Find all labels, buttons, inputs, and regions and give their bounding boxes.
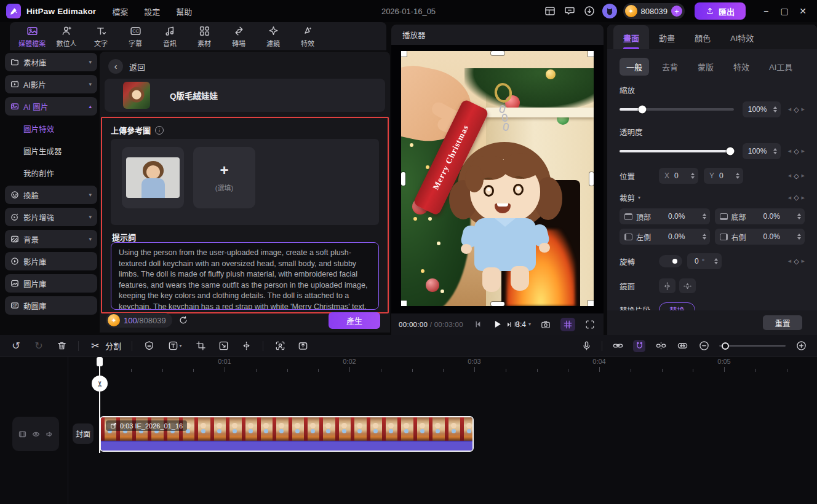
subtab-一般[interactable]: 一般 [620,58,649,76]
rotate-value-field[interactable]: 0° [687,253,722,269]
menu-help[interactable]: 幫助 [176,6,192,17]
player-stage[interactable]: Merry Christmas [391,45,604,313]
sidebar-item-ai-image[interactable]: AI 圖片▴ [5,97,97,116]
crop-bottom-field[interactable]: 底部0.0% [715,208,805,224]
add-credits-icon[interactable]: + [671,6,682,17]
position-keyframe-controls[interactable]: ◀◇▶ [788,172,805,180]
sidebar-item-stock[interactable]: 素材庫▾ [5,53,97,71]
snapshot-icon[interactable] [538,318,553,331]
back-button[interactable]: ‹ [108,59,123,74]
text-tool-icon[interactable]: ▾ [165,340,184,352]
export-button[interactable]: 匯出 [695,2,746,20]
toolbar-item-media[interactable]: 媒體檔案 [17,25,47,48]
download-icon[interactable] [583,4,596,18]
minimize-button[interactable]: − [757,2,775,20]
sidebar-item-image-lib[interactable]: 圖片庫 [5,274,97,293]
tab-顏色[interactable]: 顏色 [685,25,720,49]
selection-handle[interactable] [401,172,405,186]
flip-vertical-icon[interactable] [679,278,696,293]
crop-left-field[interactable]: 左側0.0% [620,229,710,245]
selection-handle[interactable] [588,51,594,57]
template-card[interactable]: Q版毛絨娃娃 [105,79,385,112]
layout-icon[interactable] [543,4,557,18]
preview-frame[interactable]: Merry Christmas [401,51,594,306]
selection-handle[interactable] [491,302,504,306]
sidebar-item-face-swap[interactable]: 換臉▾ [5,186,97,204]
grid-toggle-icon[interactable] [560,318,575,331]
credits-pill[interactable]: ✦ 808039 + [623,3,685,19]
toolbar-item-filter[interactable]: 濾鏡 [258,25,288,48]
export-frame-icon[interactable] [297,340,309,352]
stepper-icon[interactable] [703,234,706,240]
opacity-keyframe-controls[interactable]: ◀◇▶ [788,148,805,156]
timeline[interactable]: 0:010:020:030:040:05 ✂ 封面 0:03 IE_2026_0… [0,357,817,504]
sidebar-item-ai-video[interactable]: AI影片▾ [5,75,97,93]
crop-tool-icon[interactable] [194,340,207,352]
sidebar-item-enhance[interactable]: 影片增強▾ [5,208,97,226]
previous-frame-icon[interactable] [473,319,484,330]
toolbar-item-elements[interactable]: 素材 [189,25,219,48]
stepper-icon[interactable] [797,213,801,219]
track-visibility-icon[interactable] [32,430,40,438]
playhead-scissors-icon[interactable]: ✂ [92,376,108,392]
selection-handle[interactable] [491,51,504,55]
toolbar-item-text[interactable]: 文字 [86,25,116,48]
playhead[interactable] [99,357,100,453]
aspect-ratio-select[interactable]: 3:4▾ [506,320,531,329]
zoom-in-icon[interactable] [795,340,807,352]
scale-keyframe-controls[interactable]: ◀◇▶ [788,106,805,114]
sidebar-item-background[interactable]: 背景▾ [5,230,97,248]
generate-button[interactable]: 產生 [329,312,380,329]
sidebar-item-image-fx[interactable]: 圖片特效 [5,119,97,138]
scale-tool-icon[interactable] [217,340,229,352]
track-mute-icon[interactable] [46,430,54,438]
toolbar-item-audio[interactable]: 音訊 [155,25,185,48]
maximize-button[interactable]: ▢ [775,2,794,20]
zoom-out-icon[interactable] [698,340,710,352]
refresh-icon[interactable] [178,315,188,325]
crop-right-field[interactable]: 右側0.0% [715,229,805,245]
sidebar-item-image-gen[interactable]: 圖片生成器 [5,141,97,160]
feedback-icon[interactable] [563,4,576,18]
position-y-field[interactable]: Y0 [704,168,743,184]
subtab-去背[interactable]: 去背 [655,58,685,76]
video-clip[interactable]: 0:03 IE_2026_01_16 [100,416,474,452]
close-button[interactable]: ✕ [794,2,812,20]
split-button[interactable]: ✂ 分割 [89,340,121,352]
sidebar-item-video-lib[interactable]: 影片庫 [5,252,97,270]
link-clips-icon[interactable] [612,340,624,352]
rotate-dial[interactable] [659,255,682,267]
uploaded-reference-image[interactable] [122,147,184,208]
user-avatar[interactable] [602,4,617,18]
position-x-field[interactable]: X0 [659,168,698,184]
stepper-icon[interactable] [797,234,801,240]
toolbar-item-effects[interactable]: 特效 [293,25,322,48]
menu-file[interactable]: 檔案 [112,6,128,17]
info-icon[interactable]: i [155,126,164,135]
redo-icon[interactable]: ↻ [33,340,45,352]
tab-畫面[interactable]: 畫面 [613,25,649,49]
opacity-slider[interactable] [620,150,734,152]
crop-collapse-icon[interactable]: ▾ [638,195,640,200]
stepper-icon[interactable] [773,148,777,154]
prompt-textarea[interactable]: Using the person from the user-uploaded … [111,242,379,310]
tab-動畫[interactable]: 動畫 [649,25,685,49]
snap-magnet-icon[interactable] [633,340,645,352]
sidebar-item-my-creations[interactable]: 我的創作 [5,163,97,182]
crop-top-field[interactable]: 頂部0.0% [620,208,710,224]
timeline-ruler[interactable]: 0:010:020:030:040:05 [0,357,817,373]
reset-button[interactable]: 重置 [763,315,802,330]
opacity-value-field[interactable]: 100% [743,143,781,159]
mirror-tool-icon[interactable] [240,340,252,352]
cover-button[interactable]: 封面 [73,423,94,444]
play-button[interactable] [492,319,503,330]
subtab-特效[interactable]: 特效 [727,58,756,76]
selection-handle[interactable] [401,301,407,306]
unlink-clips-icon[interactable] [655,340,667,352]
crop-keyframe-controls[interactable]: ◀◇▶ [788,194,805,202]
stepper-icon[interactable] [773,106,777,112]
sidebar-item-gif-lib[interactable]: GIF動圖庫 [5,296,97,315]
selection-handle[interactable] [588,301,594,306]
record-voiceover-icon[interactable] [580,340,592,352]
marker-icon[interactable] [143,340,155,352]
